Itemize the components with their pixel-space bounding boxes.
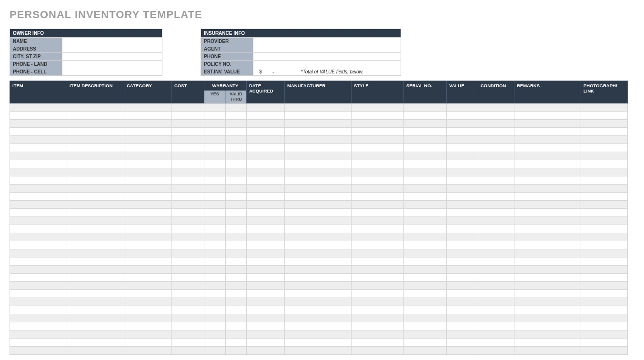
- table-cell[interactable]: [285, 184, 352, 192]
- table-cell[interactable]: [478, 265, 514, 273]
- table-cell[interactable]: [404, 119, 447, 127]
- table-cell[interactable]: [404, 346, 447, 354]
- table-cell[interactable]: [67, 257, 124, 265]
- table-cell[interactable]: [285, 168, 352, 176]
- table-cell[interactable]: [204, 233, 226, 241]
- table-cell[interactable]: [581, 314, 628, 322]
- table-cell[interactable]: [124, 298, 172, 306]
- table-cell[interactable]: [514, 338, 581, 346]
- table-cell[interactable]: [225, 111, 247, 119]
- table-cell[interactable]: [247, 135, 285, 144]
- table-cell[interactable]: [124, 265, 172, 273]
- owner-value-phone-cell[interactable]: [62, 68, 162, 76]
- table-cell[interactable]: [172, 216, 204, 225]
- table-cell[interactable]: [10, 160, 67, 168]
- table-cell[interactable]: [67, 192, 124, 200]
- table-cell[interactable]: [247, 208, 285, 216]
- table-cell[interactable]: [514, 225, 581, 233]
- table-cell[interactable]: [172, 192, 204, 200]
- table-cell[interactable]: [204, 314, 226, 322]
- table-cell[interactable]: [478, 241, 514, 249]
- table-cell[interactable]: [352, 160, 404, 168]
- table-cell[interactable]: [124, 249, 172, 257]
- table-cell[interactable]: [172, 298, 204, 306]
- table-cell[interactable]: [225, 298, 247, 306]
- table-cell[interactable]: [352, 289, 404, 298]
- table-cell[interactable]: [352, 346, 404, 354]
- table-cell[interactable]: [447, 208, 478, 216]
- table-cell[interactable]: [514, 249, 581, 257]
- table-cell[interactable]: [172, 176, 204, 184]
- table-cell[interactable]: [404, 306, 447, 314]
- table-cell[interactable]: [514, 184, 581, 192]
- table-cell[interactable]: [10, 346, 67, 354]
- table-cell[interactable]: [67, 233, 124, 241]
- table-cell[interactable]: [172, 346, 204, 354]
- table-cell[interactable]: [514, 192, 581, 200]
- table-cell[interactable]: [172, 127, 204, 135]
- table-cell[interactable]: [10, 144, 67, 152]
- table-cell[interactable]: [514, 314, 581, 322]
- table-cell[interactable]: [285, 135, 352, 144]
- table-cell[interactable]: [10, 281, 67, 289]
- table-cell[interactable]: [285, 200, 352, 208]
- table-cell[interactable]: [172, 330, 204, 338]
- table-cell[interactable]: [225, 249, 247, 257]
- table-cell[interactable]: [204, 144, 226, 152]
- table-cell[interactable]: [124, 176, 172, 184]
- table-cell[interactable]: [285, 249, 352, 257]
- table-cell[interactable]: [352, 176, 404, 184]
- table-cell[interactable]: [352, 111, 404, 119]
- table-cell[interactable]: [204, 184, 226, 192]
- table-cell[interactable]: [478, 127, 514, 135]
- table-cell[interactable]: [225, 135, 247, 144]
- table-cell[interactable]: [514, 330, 581, 338]
- table-cell[interactable]: [10, 200, 67, 208]
- table-cell[interactable]: [172, 281, 204, 289]
- table-cell[interactable]: [225, 273, 247, 281]
- table-cell[interactable]: [581, 200, 628, 208]
- table-cell[interactable]: [404, 330, 447, 338]
- table-cell[interactable]: [172, 144, 204, 152]
- table-cell[interactable]: [514, 135, 581, 144]
- table-cell[interactable]: [514, 111, 581, 119]
- table-cell[interactable]: [225, 314, 247, 322]
- table-cell[interactable]: [10, 306, 67, 314]
- owner-value-name[interactable]: [62, 38, 162, 45]
- table-cell[interactable]: [172, 184, 204, 192]
- table-cell[interactable]: [514, 127, 581, 135]
- table-cell[interactable]: [172, 273, 204, 281]
- table-cell[interactable]: [204, 330, 226, 338]
- table-cell[interactable]: [124, 322, 172, 330]
- table-cell[interactable]: [10, 273, 67, 281]
- table-cell[interactable]: [225, 241, 247, 249]
- table-cell[interactable]: [67, 200, 124, 208]
- table-cell[interactable]: [204, 200, 226, 208]
- table-cell[interactable]: [514, 298, 581, 306]
- table-cell[interactable]: [285, 103, 352, 111]
- table-cell[interactable]: [225, 281, 247, 289]
- table-cell[interactable]: [124, 168, 172, 176]
- table-cell[interactable]: [247, 119, 285, 127]
- table-cell[interactable]: [581, 216, 628, 225]
- owner-value-phone-land[interactable]: [62, 61, 162, 68]
- table-cell[interactable]: [172, 160, 204, 168]
- table-cell[interactable]: [247, 289, 285, 298]
- table-cell[interactable]: [478, 152, 514, 160]
- table-cell[interactable]: [285, 346, 352, 354]
- table-cell[interactable]: [172, 208, 204, 216]
- table-cell[interactable]: [204, 281, 226, 289]
- table-cell[interactable]: [404, 257, 447, 265]
- table-cell[interactable]: [225, 346, 247, 354]
- table-cell[interactable]: [478, 168, 514, 176]
- table-cell[interactable]: [352, 298, 404, 306]
- table-cell[interactable]: [172, 249, 204, 257]
- table-cell[interactable]: [10, 119, 67, 127]
- table-cell[interactable]: [204, 338, 226, 346]
- table-cell[interactable]: [285, 192, 352, 200]
- table-cell[interactable]: [67, 103, 124, 111]
- table-cell[interactable]: [447, 144, 478, 152]
- table-cell[interactable]: [352, 322, 404, 330]
- table-cell[interactable]: [404, 127, 447, 135]
- table-cell[interactable]: [285, 330, 352, 338]
